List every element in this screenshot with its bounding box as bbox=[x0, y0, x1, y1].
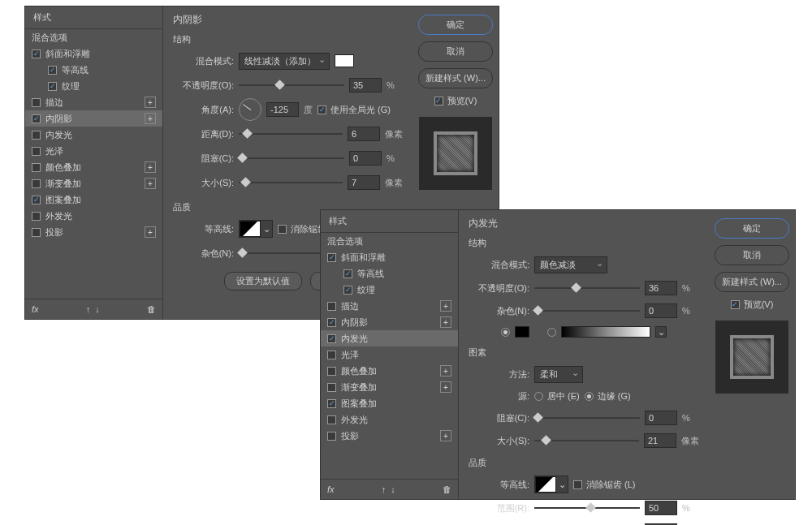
blend-options-row[interactable]: 混合选项 bbox=[25, 29, 162, 45]
sidebar-item[interactable]: 等高线 bbox=[25, 62, 162, 78]
make-default-button[interactable]: 设置为默认值 bbox=[224, 272, 302, 290]
arrow-down-icon[interactable]: ↓ bbox=[95, 304, 100, 314]
arrow-down-icon[interactable]: ↓ bbox=[391, 484, 395, 494]
sidebar-item[interactable]: 内发光 bbox=[25, 127, 162, 143]
checkbox-icon[interactable] bbox=[327, 302, 336, 311]
fx-icon[interactable]: fx bbox=[32, 304, 39, 314]
checkbox-icon[interactable] bbox=[327, 351, 336, 359]
add-effect-icon[interactable]: + bbox=[440, 316, 451, 328]
checkbox-icon[interactable] bbox=[32, 49, 41, 58]
choke-input[interactable]: 0 bbox=[645, 411, 677, 425]
checkbox-icon[interactable] bbox=[32, 196, 41, 204]
color-radio[interactable] bbox=[501, 328, 510, 337]
opacity-slider[interactable] bbox=[534, 282, 640, 294]
add-effect-icon[interactable]: + bbox=[145, 113, 156, 124]
checkbox-icon[interactable] bbox=[32, 179, 41, 188]
angle-dial[interactable] bbox=[239, 98, 261, 121]
new-style-button[interactable]: 新建样式 (W)... bbox=[418, 68, 493, 88]
ok-button[interactable]: 确定 bbox=[418, 15, 493, 35]
add-effect-icon[interactable]: + bbox=[145, 161, 156, 173]
cancel-button[interactable]: 取消 bbox=[715, 245, 789, 265]
add-effect-icon[interactable]: + bbox=[145, 178, 156, 189]
size-input[interactable]: 7 bbox=[348, 175, 380, 190]
checkbox-icon[interactable] bbox=[327, 334, 336, 343]
checkbox-icon[interactable] bbox=[327, 367, 336, 376]
center-radio-group[interactable]: 居中 (E) bbox=[534, 390, 580, 402]
range-input[interactable]: 50 bbox=[645, 501, 677, 515]
sidebar-item[interactable]: 图案叠加 bbox=[25, 191, 162, 208]
sidebar-item[interactable]: 渐变叠加+ bbox=[25, 175, 162, 191]
glow-color-swatch[interactable] bbox=[515, 326, 529, 338]
add-effect-icon[interactable]: + bbox=[440, 365, 451, 377]
new-style-button[interactable]: 新建样式 (W)... bbox=[715, 272, 789, 292]
checkbox-icon[interactable] bbox=[327, 399, 336, 408]
sidebar-item[interactable]: 投影+ bbox=[321, 428, 458, 444]
sidebar-item[interactable]: 纹理 bbox=[321, 282, 458, 298]
size-input[interactable]: 21 bbox=[644, 433, 676, 448]
blend-mode-dropdown[interactable]: 线性减淡（添加） bbox=[239, 53, 330, 70]
distance-input[interactable]: 6 bbox=[348, 127, 380, 141]
range-slider[interactable] bbox=[534, 502, 640, 514]
opacity-input[interactable]: 36 bbox=[645, 281, 677, 295]
checkbox-icon[interactable] bbox=[32, 163, 41, 172]
add-effect-icon[interactable]: + bbox=[440, 381, 451, 393]
sidebar-item[interactable]: 内阴影+ bbox=[25, 110, 162, 127]
sidebar-item[interactable]: 描边+ bbox=[321, 298, 458, 314]
fx-icon[interactable]: fx bbox=[327, 484, 335, 494]
opacity-input[interactable]: 35 bbox=[349, 78, 382, 93]
checkbox-icon[interactable] bbox=[343, 286, 352, 295]
gradient-picker[interactable] bbox=[561, 326, 650, 338]
arrow-up-icon[interactable]: ↑ bbox=[86, 304, 91, 314]
sidebar-item[interactable]: 等高线 bbox=[321, 265, 458, 282]
size-slider[interactable] bbox=[534, 435, 639, 446]
sidebar-item[interactable]: 颜色叠加+ bbox=[25, 159, 162, 175]
noise-slider[interactable] bbox=[534, 305, 640, 316]
sidebar-item[interactable]: 投影+ bbox=[25, 224, 162, 240]
contour-picker[interactable] bbox=[240, 221, 261, 237]
ok-button[interactable]: 确定 bbox=[715, 218, 789, 239]
checkbox-icon[interactable] bbox=[32, 98, 41, 107]
checkbox-icon[interactable] bbox=[327, 253, 336, 262]
trash-icon[interactable]: 🗑 bbox=[147, 304, 156, 314]
method-dropdown[interactable]: 柔和 bbox=[534, 366, 583, 383]
contour-dropdown[interactable]: ⌄ bbox=[556, 476, 568, 493]
noise-input[interactable]: 0 bbox=[645, 303, 677, 318]
sidebar-item[interactable]: 斜面和浮雕 bbox=[321, 249, 458, 265]
gradient-radio[interactable] bbox=[547, 328, 556, 337]
choke-slider[interactable] bbox=[534, 412, 640, 424]
sidebar-item[interactable]: 外发光 bbox=[25, 208, 162, 224]
sidebar-item[interactable]: 纹理 bbox=[25, 78, 162, 94]
angle-input[interactable]: -125 bbox=[266, 102, 299, 117]
sidebar-item[interactable]: 渐变叠加+ bbox=[321, 379, 458, 395]
sidebar-item[interactable]: 描边+ bbox=[25, 94, 162, 110]
add-effect-icon[interactable]: + bbox=[145, 97, 156, 108]
checkbox-icon[interactable] bbox=[327, 415, 336, 424]
choke-slider[interactable] bbox=[239, 153, 344, 164]
sidebar-item[interactable]: 外发光 bbox=[321, 411, 458, 428]
global-light-checkbox[interactable]: 使用全局光 (G) bbox=[317, 104, 391, 116]
sidebar-item[interactable]: 斜面和浮雕 bbox=[25, 45, 162, 62]
gradient-dropdown[interactable]: ⌄ bbox=[655, 326, 667, 338]
antialias-checkbox[interactable]: 消除锯齿 (L) bbox=[573, 479, 636, 491]
checkbox-icon[interactable] bbox=[48, 66, 57, 75]
checkbox-icon[interactable] bbox=[32, 212, 41, 221]
arrow-up-icon[interactable]: ↑ bbox=[382, 484, 387, 494]
sidebar-item[interactable]: 光泽 bbox=[321, 346, 458, 363]
sidebar-item[interactable]: 颜色叠加+ bbox=[321, 363, 458, 379]
trash-icon[interactable]: 🗑 bbox=[443, 484, 451, 494]
checkbox-icon[interactable] bbox=[48, 82, 57, 91]
opacity-slider[interactable] bbox=[239, 80, 344, 91]
contour-picker[interactable] bbox=[535, 476, 556, 493]
preview-checkbox[interactable]: 预览(V) bbox=[731, 299, 774, 311]
sidebar-item[interactable]: 内阴影+ bbox=[321, 314, 458, 330]
contour-dropdown[interactable]: ⌄ bbox=[261, 221, 272, 237]
checkbox-icon[interactable] bbox=[32, 131, 41, 140]
edge-radio-group[interactable]: 边缘 (G) bbox=[585, 390, 631, 402]
blend-options-row[interactable]: 混合选项 bbox=[321, 233, 458, 249]
cancel-button[interactable]: 取消 bbox=[418, 41, 493, 62]
sidebar-item[interactable]: 光泽 bbox=[25, 143, 162, 159]
checkbox-icon[interactable] bbox=[327, 318, 336, 327]
checkbox-icon[interactable] bbox=[327, 432, 336, 441]
add-effect-icon[interactable]: + bbox=[440, 300, 451, 312]
size-slider[interactable] bbox=[239, 177, 343, 188]
